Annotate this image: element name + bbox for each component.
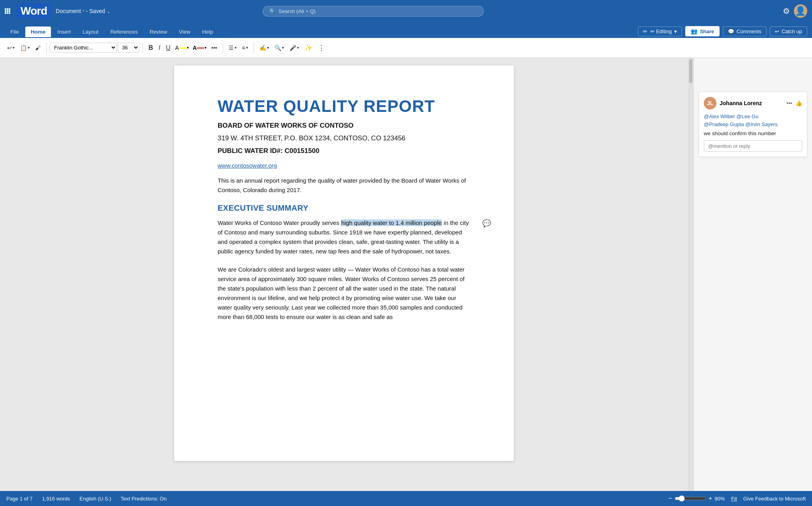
comment-actions: ••• 👍 — [786, 100, 802, 106]
share-button[interactable]: 👥 Share — [685, 26, 720, 36]
paragraph-group: ☰▾ ≡▾ — [226, 43, 250, 53]
scrollbar-thumb[interactable] — [689, 59, 692, 83]
bullets-button[interactable]: ☰▾ — [226, 43, 239, 53]
dictate-button[interactable]: 🎤▾ — [287, 43, 301, 53]
comment-author-name: Johanna Lorenz — [720, 100, 783, 106]
more-tools-button[interactable]: ⋮ — [316, 42, 327, 54]
tab-references[interactable]: References — [105, 26, 143, 38]
catchup-label: Catch up — [782, 28, 802, 34]
page-info: Page 1 of 7 — [6, 496, 33, 502]
fit-button[interactable]: Fit — [731, 496, 737, 502]
underline-button[interactable]: U — [164, 43, 173, 53]
search-bar[interactable]: 🔍 Search (Alt + Q) — [263, 6, 484, 17]
paragraph-1-container: Water Works of Contoso Water proudly ser… — [218, 218, 470, 256]
comment-author-avatar: JL — [704, 97, 716, 110]
font-family-select[interactable]: Franklin Gothic... — [50, 43, 117, 53]
bold-button[interactable]: B — [146, 43, 156, 53]
search-placeholder: Search (Alt + Q) — [279, 8, 316, 14]
find-button[interactable]: 🔍▾ — [272, 43, 286, 53]
tab-insert[interactable]: Insert — [52, 26, 76, 38]
document-page: WATER QUALITY REPORT BOARD OF WATER WORK… — [174, 66, 514, 461]
status-bar: Page 1 of 7 1,916 words English (U.S.) T… — [0, 491, 812, 506]
tab-home[interactable]: Home — [25, 26, 51, 38]
text-predictions-info: Text Predictions: On — [121, 496, 167, 502]
editor-group: ✍▾ 🔍▾ 🎤▾ ✨ ⋮ — [257, 42, 327, 54]
vertical-scrollbar[interactable] — [688, 58, 694, 491]
zoom-slider[interactable] — [675, 495, 706, 502]
toolbar-separator-2 — [143, 42, 143, 53]
comment-like-button[interactable]: 👍 — [795, 100, 802, 106]
tab-review[interactable]: Review — [144, 26, 173, 38]
page-canvas: WATER QUALITY REPORT BOARD OF WATER WORK… — [0, 58, 688, 491]
copilot-button[interactable]: ✨ — [302, 42, 315, 53]
editing-icon: ✏ — [643, 28, 647, 34]
comment-mentions: @Alex Wilber @Lee Gu @Pradeep Gupta @Irv… — [704, 113, 802, 128]
comments-panel: JL Johanna Lorenz ••• 👍 @Alex Wilber @Le… — [694, 58, 812, 491]
zoom-out-button[interactable]: − — [669, 495, 672, 502]
editing-mode-button[interactable]: ✏ ✏ Editing ▾ — [638, 26, 682, 36]
font-size-select[interactable]: 36 — [118, 43, 139, 53]
document-public-id: PUBLIC WATER ID#: C00151500 — [218, 147, 470, 155]
document-intro: This is an annual report regarding the q… — [218, 176, 470, 195]
ribbon-right-actions: ✏ ✏ Editing ▾ 👥 Share 💬 Comments ↩ Catch… — [638, 26, 807, 38]
app-grid-icon[interactable] — [5, 8, 10, 14]
document-title: Document ᵃ - Saved ⌄ — [56, 8, 111, 14]
comment-body-text: we should confirm this number — [704, 130, 802, 136]
editing-chevron-icon: ▾ — [674, 28, 677, 34]
zoom-in-button[interactable]: + — [709, 495, 712, 502]
word-logo: Word — [17, 4, 51, 18]
comment-bubble-icon[interactable]: 💬 — [482, 219, 491, 228]
zoom-controls: − + 90% — [669, 495, 725, 502]
word-count: 1,916 words — [42, 496, 70, 502]
comments-button[interactable]: 💬 Comments — [723, 26, 767, 36]
share-icon: 👥 — [691, 28, 697, 34]
highlight-button[interactable]: A ▾ — [174, 43, 190, 53]
comments-icon: 💬 — [728, 28, 734, 34]
settings-button[interactable]: ⚙ — [783, 6, 790, 16]
zoom-level: 90% — [714, 496, 725, 502]
user-avatar[interactable]: 👤 — [794, 4, 807, 18]
more-format-button[interactable]: ••• — [209, 43, 220, 53]
tab-help[interactable]: Help — [197, 26, 219, 38]
document-address: 319 W. 4TH STREET, P.O. BOX 1234, CONTOS… — [218, 134, 470, 142]
clipboard-button[interactable]: 📋▾ — [18, 43, 32, 53]
comment-more-button[interactable]: ••• — [786, 100, 792, 106]
tab-view[interactable]: View — [173, 26, 196, 38]
tab-layout[interactable]: Layout — [77, 26, 104, 38]
toolbar-separator-1 — [46, 42, 47, 53]
document-area: WATER QUALITY REPORT BOARD OF WATER WORK… — [0, 58, 812, 491]
font-color-button[interactable]: A ▾ — [191, 43, 208, 53]
align-button[interactable]: ≡▾ — [240, 43, 250, 53]
toolbar-separator-3 — [223, 42, 223, 53]
undo-button[interactable]: ↩▾ — [5, 43, 17, 53]
font-color-bar — [197, 47, 204, 49]
p1-highlighted-text: high quality water to 1.4 million people — [341, 219, 442, 226]
undo-group: ↩▾ 📋▾ 🖌 — [5, 43, 43, 53]
comments-label: Comments — [737, 28, 761, 34]
comment-header: JL Johanna Lorenz ••• 👍 — [704, 97, 802, 110]
tab-file[interactable]: File — [5, 26, 24, 38]
section1-paragraph2: We are Colorado's oldest and largest wat… — [218, 265, 470, 322]
document-title-heading: WATER QUALITY REPORT — [218, 97, 470, 115]
executive-summary-heading: EXECUTIVE SUMMARY — [218, 204, 470, 213]
editor-button[interactable]: ✍▾ — [257, 43, 271, 53]
title-right-controls: ⚙ 👤 — [783, 4, 807, 18]
catchup-icon: ↩ — [775, 28, 779, 34]
feedback-button[interactable]: Give Feedback to Microsoft — [743, 496, 806, 502]
comment-reply-input[interactable] — [704, 140, 802, 152]
highlight-color-bar — [179, 47, 186, 49]
format-group: B I U A ▾ A ▾ ••• — [146, 43, 220, 53]
editing-label: ✏ Editing — [650, 28, 672, 34]
section1-paragraph1: Water Works of Contoso Water proudly ser… — [218, 218, 470, 256]
toolbar-separator-4 — [254, 42, 254, 53]
italic-button[interactable]: I — [156, 43, 163, 53]
document-website[interactable]: www.contosowater.org — [218, 162, 470, 169]
format-painter-button[interactable]: 🖌 — [33, 43, 43, 53]
font-group: Franklin Gothic... 36 — [50, 43, 139, 53]
status-bar-right: − + 90% Fit Give Feedback to Microsoft — [669, 495, 806, 502]
catchup-button[interactable]: ↩ Catch up — [770, 26, 807, 36]
title-bar: Word Document ᵃ - Saved ⌄ 🔍 Search (Alt … — [0, 0, 812, 22]
document-subtitle: BOARD OF WATER WORKS OF CONTOSO — [218, 122, 470, 130]
toolbar: ↩▾ 📋▾ 🖌 Franklin Gothic... 36 B I U A ▾ … — [0, 38, 812, 58]
p1-before-text: Water Works of Contoso Water proudly ser… — [218, 219, 341, 226]
